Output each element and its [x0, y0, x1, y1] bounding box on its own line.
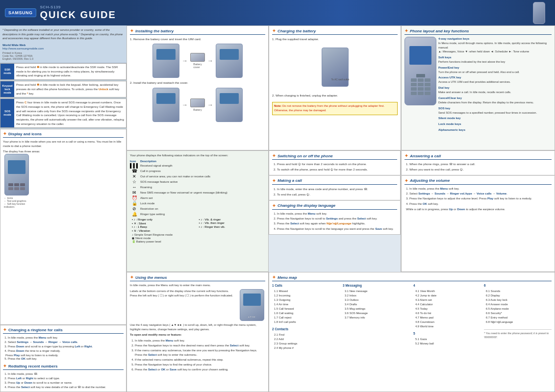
- display-section: ✦ Display and icons Your phone is in Idl…: [0, 129, 126, 325]
- title-block: SCH-S139 QUICK GUIDE: [40, 5, 116, 21]
- model-number: SCH-S139: [40, 5, 116, 9]
- mm-contacts-2: 2.2 Add: [272, 337, 340, 342]
- ssr-strip: SSRmode Press and hold ✱ in Idle mode to…: [0, 63, 126, 80]
- install-diagram-1: → Batterycover →: [130, 44, 265, 78]
- mm-cat4-head: 4: [413, 283, 481, 288]
- mm-calls-6: 1.6 Call waiting: [272, 311, 340, 316]
- mm-settings-5: 6.5 Airplane mode: [484, 307, 552, 311]
- mm-settings-2: 6.2 Display: [484, 294, 552, 298]
- menus-labels-note: Labels at the bottom corners of the disp…: [130, 289, 236, 321]
- si-ringer-desc: Ringer type setting: [140, 212, 265, 216]
- mm-cat4-2: 4.2 Jump to date: [413, 294, 481, 298]
- si-sos-icon: ☆: [130, 180, 139, 184]
- sos-content: Press C four times in Idle mode to send …: [14, 99, 126, 127]
- mm-col-1: 1 Calls 1.1 Missed 1.2 Incoming 1.3 Outg…: [272, 283, 340, 350]
- menus-intro: In Idle mode, press the Menu soft key to…: [130, 283, 265, 288]
- mm-contacts-1: 2.1 Find: [272, 333, 340, 337]
- utk-key-label: Access UTK key Access a UTK UIM card tha…: [438, 75, 552, 84]
- install-battery: Batterycover: [190, 53, 205, 69]
- changing-display-title: ✦ Changing the display language: [272, 203, 397, 210]
- mm-settings-8: 6.8 Nğn'nğ/Language: [484, 320, 552, 324]
- answering-section: ✦ Answering a call When the phone rings,…: [401, 150, 555, 175]
- adjusting-section: ✦ Adjusting the volume In Idle mode, pre…: [401, 175, 555, 272]
- install-section: ✦ Installing the battery 1. Remove the b…: [126, 25, 269, 150]
- redialling-title: ✦ Redialling recent numbers: [3, 364, 124, 370]
- keypad-label: Keypadlockmode: [0, 81, 14, 97]
- battery-item: 🔋 Battery power level: [132, 240, 265, 243]
- charge-title: ✦ Charging the battery: [272, 28, 398, 35]
- ringer-types: • ♪ : Ringer only • ♪ : Vib. & ringer • …: [130, 218, 265, 243]
- rt-beep: • ♪ : 1 Beep: [132, 225, 199, 228]
- silent-key-label: Silent mode key: [438, 116, 552, 121]
- menu-map-title: ✦ Menu map: [272, 275, 552, 281]
- mm-msg-2: 3.2 Inbox: [343, 294, 410, 298]
- install-battery-2: Battery: [190, 98, 205, 111]
- mm-cat4-8: 4.8 Countdown: [413, 320, 481, 324]
- mm-cat4-4: 4.4 Calculator: [413, 302, 481, 307]
- ssr-content: Press and hold ✱ in Idle mode to activat…: [14, 64, 126, 79]
- mm-msg-4: 3.4 Drafts: [343, 302, 410, 307]
- mm-settings-6: 6.6 Security*: [484, 311, 552, 316]
- si-lock-icon: 🔒: [130, 201, 139, 206]
- mm-cat4-1: 4.1 View Month: [413, 289, 481, 294]
- si-noservice-icon: ✕: [130, 174, 139, 179]
- install-step2: 2. Install the battery and reattach the …: [130, 80, 265, 85]
- mm-calls-8: 1.8 Int'l call prefix: [272, 320, 340, 324]
- mm-calls-7: 1.7 Call reject: [272, 316, 340, 320]
- mm-calls-head: 1 Calls: [272, 283, 340, 288]
- power-key-label: Power/End key Turn the phone on or off w…: [438, 66, 552, 74]
- mm-cat5-1: 5.1 Gaza: [413, 337, 481, 342]
- header-left: SAMSUNG SCH-S139 QUICK GUIDE: [0, 0, 127, 25]
- switch-section: ✦ Switching on or off the phone Press an…: [269, 150, 401, 175]
- answer-adjust-col: ✦ Answering a call When the phone rings,…: [401, 150, 555, 272]
- mm-msg-head: 3 Messaging: [343, 283, 410, 288]
- charge-step1: 1. Plug the supplied travel adapter.: [272, 37, 398, 41]
- display-title: ✦ Display and icons: [3, 131, 124, 138]
- status-items: ▌▌▌Received signal strength ☎Call in pro…: [130, 164, 265, 217]
- changing-display-section: ✦ Changing the display language In Idle …: [269, 200, 401, 235]
- display-phone-mock: ← Icons ← Text and graphics ← Soft key f…: [3, 154, 30, 208]
- header-phone-image: [533, 2, 545, 24]
- ringtone-section: ✦ Changing a ringtone for calls In Idle …: [0, 325, 126, 392]
- si-lock-desc: Lock mode: [140, 201, 265, 205]
- making-call-section: ✦ Making a call In Idle mode, enter the …: [269, 175, 401, 200]
- si-restrict-icon: ⊘: [130, 207, 139, 211]
- menus-phone-mock: ▲▼◄►: [238, 289, 265, 321]
- arrow-1: →: [182, 57, 188, 64]
- display-content: ← Icons ← Text and graphics ← Soft key f…: [3, 154, 124, 208]
- redialling-section: ✦ Redialling recent numbers In Idle mode…: [3, 364, 124, 390]
- si-restrict-desc: Restriction on: [140, 207, 265, 211]
- icon-col-hdr: Icon: [130, 160, 139, 163]
- bottom-row: ✦ Using the menus In Idle mode, press th…: [126, 272, 555, 392]
- mm-footnote: * You need to enter the phone password; …: [484, 329, 552, 340]
- mm-msg-7: 3.7 Memory info: [343, 316, 410, 320]
- mm-calls-4: 1.4 Air time: [272, 302, 340, 307]
- status-section: Your phone displays the following status…: [126, 150, 269, 272]
- desc-col-hdr: Description: [140, 160, 156, 163]
- answering-title: ✦ Answering a call: [404, 153, 552, 160]
- install-phone-1: [152, 44, 179, 78]
- charge-section: ✦ Charging the battery 1. Plug the suppl…: [269, 25, 401, 150]
- mm-msg-5: 3.5 Msg settings: [343, 307, 410, 311]
- page: SAMSUNG SCH-S139 QUICK GUIDE * Depending…: [0, 0, 555, 392]
- install-title: ✦ Installing the battery: [130, 28, 265, 35]
- header-image: [127, 0, 555, 25]
- rt-ringer-then-vib: • ♪ : Ringer then vib.: [199, 225, 266, 228]
- mm-settings-head: 6: [484, 283, 552, 288]
- display-note: The display has three areas:: [3, 150, 124, 153]
- install-step1: 1. Remove the battery cover and insert t…: [130, 37, 265, 41]
- rt-vib: • ≋ : Vibration: [132, 229, 199, 232]
- phone-screen: [409, 46, 431, 65]
- mm-cat5-2: 5.2 Money ball: [413, 342, 481, 346]
- si-noservice-desc: Out of service area; you can not make or…: [140, 174, 265, 178]
- left-footer: World Wide Web http://www.samsungmobile.…: [2, 44, 124, 60]
- mm-msg-6: 3.6 SOS Message: [343, 311, 410, 316]
- menus-section: ✦ Using the menus In Idle mode, press th…: [126, 272, 269, 392]
- status-intro: Your phone displays the following status…: [130, 153, 265, 158]
- top-row: ✦ Installing the battery 1. Remove the b…: [126, 25, 555, 150]
- body: * Depending on the software installed or…: [0, 25, 555, 392]
- mm-msg-1: 3.1 New message: [343, 289, 410, 294]
- date: English. 09/2006. Rev 1.0: [2, 57, 124, 60]
- mm-col-2: 3 Messaging 3.1 New message 3.2 Inbox 3.…: [343, 283, 410, 350]
- menus-open-note: To open and modify menu or feature:: [130, 333, 265, 337]
